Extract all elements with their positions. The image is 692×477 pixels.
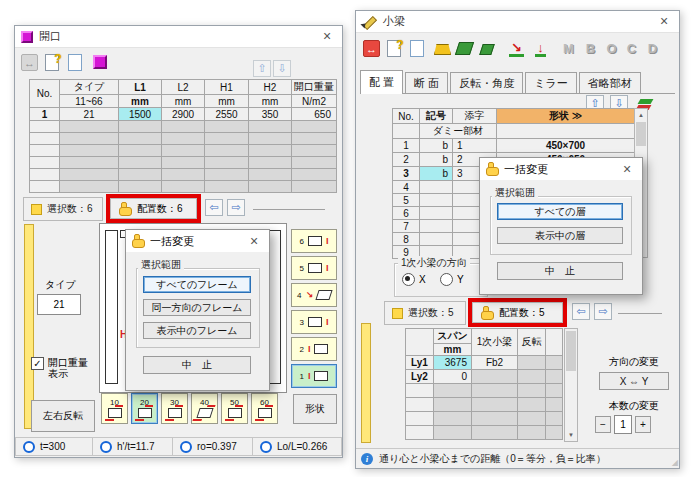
all-layers-button[interactable]: すべての層	[497, 203, 623, 220]
position-4-button[interactable]: 4↘	[291, 283, 337, 307]
cell-subscript[interactable]: 1	[453, 139, 497, 153]
close-icon[interactable]: ×	[316, 26, 338, 46]
cell-symbol[interactable]	[420, 194, 453, 207]
position-2-button[interactable]: 2I	[291, 337, 337, 361]
cell-primary-beam[interactable]	[472, 370, 518, 384]
new-doc-icon[interactable]	[408, 40, 425, 57]
beam-section-icon[interactable]	[434, 41, 451, 58]
cell-h2[interactable]: 350	[249, 108, 292, 121]
scroll-down-icon[interactable]: ▼	[565, 429, 577, 441]
visible-layers-button[interactable]: 表示中の層	[497, 227, 623, 244]
resize-icon[interactable]: ↔	[21, 54, 38, 71]
cell-l1-selected[interactable]: 1500	[119, 108, 162, 121]
cell-primary-beam[interactable]: Fb2	[472, 356, 518, 370]
visible-frames-button[interactable]: 表示中のフレーム	[143, 322, 251, 339]
cell-symbol[interactable]	[420, 220, 453, 233]
next-icon[interactable]: ⇨	[227, 199, 245, 216]
count-value-field[interactable]: 1	[614, 415, 632, 434]
opening-type-10-button[interactable]: 10	[101, 393, 128, 424]
primary-beam-direction-label: 1次小梁の方向	[398, 256, 470, 270]
resize-icon[interactable]: ↔	[363, 40, 380, 57]
cell-no: 8	[393, 233, 420, 246]
opening-type-50-button[interactable]: 50	[221, 393, 248, 424]
cell-symbol[interactable]	[420, 181, 453, 194]
place-diagonal-icon[interactable]: ↘	[508, 39, 525, 56]
position-1-button[interactable]: 1I	[291, 364, 337, 388]
same-direction-frames-button[interactable]: 同一方向のフレーム	[143, 299, 251, 316]
tab-omitted-members[interactable]: 省略部材	[579, 72, 641, 93]
tab-flip-angle[interactable]: 反転・角度	[450, 72, 523, 93]
green-member-small-icon[interactable]	[478, 41, 495, 58]
opening-glyph	[168, 408, 182, 418]
cell-flip[interactable]	[518, 356, 546, 370]
tab-mirror[interactable]: ミラー	[525, 72, 577, 93]
cell-symbol[interactable]: b	[420, 139, 453, 153]
cube-shape	[93, 55, 107, 69]
disabled-tool-o-icon[interactable]: O	[603, 40, 620, 57]
cell-l2[interactable]: 2900	[162, 108, 205, 121]
cell-shape[interactable]: 450×700	[497, 139, 635, 153]
cell-flip[interactable]	[518, 370, 546, 384]
tab-placement[interactable]: 配 置	[360, 70, 403, 94]
cancel-button[interactable]: 中 止	[497, 262, 623, 280]
question-glyph: ?	[396, 38, 403, 52]
type-input[interactable]: 21	[37, 294, 81, 315]
cell-weight[interactable]: 650	[292, 108, 337, 121]
dialog-titlebar: 一括変更 ×	[480, 158, 642, 180]
status-ro-text: ro=0.397	[197, 441, 237, 452]
disabled-tool-m-icon[interactable]: M	[560, 40, 577, 57]
opening-type-30-button[interactable]: 30	[161, 393, 188, 424]
col-header-shape[interactable]: 形状 ≫	[497, 109, 635, 124]
shape-button[interactable]: 形状	[293, 394, 337, 424]
span-table-scrollbar[interactable]: ▼	[564, 328, 578, 442]
flip-lr-button[interactable]: 左右反転	[31, 400, 95, 432]
status-t: t=300	[16, 438, 92, 455]
position-5-button[interactable]: 5I	[291, 256, 337, 280]
prev-icon[interactable]: ⇦	[572, 303, 590, 320]
info-icon: i	[361, 453, 373, 465]
tab-section[interactable]: 断 面	[405, 72, 448, 93]
cell-symbol-selected[interactable]: b	[420, 167, 453, 181]
opening-type-60-button[interactable]: 60	[251, 393, 278, 424]
cell-symbol[interactable]	[420, 233, 453, 246]
position-3-button[interactable]: 3I	[291, 310, 337, 334]
position-6-button[interactable]: 6I	[291, 229, 337, 253]
scroll-up-icon[interactable]: ▲	[635, 109, 647, 121]
help-doc-icon[interactable]: ?	[43, 54, 60, 71]
help-doc-icon[interactable]: ?	[385, 40, 402, 57]
opening-statusbar: t=300 h'/t=11.7 ro=0.397 Lo/L=0.266	[15, 437, 342, 456]
cell-type[interactable]: 21	[60, 108, 119, 121]
place-down-icon[interactable]: ↓	[532, 39, 549, 56]
cancel-button[interactable]: 中 止	[143, 356, 251, 374]
all-frames-button[interactable]: すべてのフレーム	[143, 276, 251, 293]
cell-symbol[interactable]	[420, 207, 453, 220]
scroll-thumb[interactable]	[566, 331, 576, 371]
prev-icon[interactable]: ⇦	[205, 199, 223, 216]
radio-direction-x[interactable]: X	[402, 273, 426, 286]
disabled-tool-d-icon[interactable]: D	[644, 40, 661, 57]
weight-display-checkbox[interactable]: ✓ 開口重量 表示	[31, 357, 88, 379]
count-plus-button[interactable]: +	[635, 416, 651, 433]
cell-span[interactable]: 0	[434, 370, 472, 384]
new-doc-icon[interactable]	[66, 54, 83, 71]
swap-xy-button[interactable]: X ⇔ Y	[599, 372, 669, 390]
count-minus-button[interactable]: −	[595, 416, 611, 433]
cell-span-selected[interactable]: 3675	[434, 356, 472, 370]
cell-symbol[interactable]: b	[420, 153, 453, 167]
next-icon[interactable]: ⇨	[594, 303, 612, 320]
opening-type-20-button[interactable]: 20	[131, 393, 158, 424]
opening-cube-icon[interactable]	[91, 53, 108, 70]
close-icon[interactable]: ×	[243, 231, 265, 251]
move-down-icon[interactable]: ⇩	[273, 60, 291, 77]
disabled-tool-c-icon[interactable]: C	[623, 40, 640, 57]
radio-direction-y[interactable]: Y	[440, 273, 464, 286]
disabled-tool-b-icon[interactable]: B	[582, 40, 599, 57]
cell-h1[interactable]: 2550	[205, 108, 249, 121]
opening-type-40-button[interactable]: 40	[191, 393, 218, 424]
scroll-thumb[interactable]	[636, 122, 646, 146]
resize-grip[interactable]: ◢	[672, 459, 678, 467]
move-up-icon[interactable]: ⇧	[253, 60, 271, 77]
close-icon[interactable]: ×	[653, 11, 675, 31]
green-member-icon[interactable]	[456, 40, 473, 57]
close-icon[interactable]: ×	[616, 159, 638, 179]
